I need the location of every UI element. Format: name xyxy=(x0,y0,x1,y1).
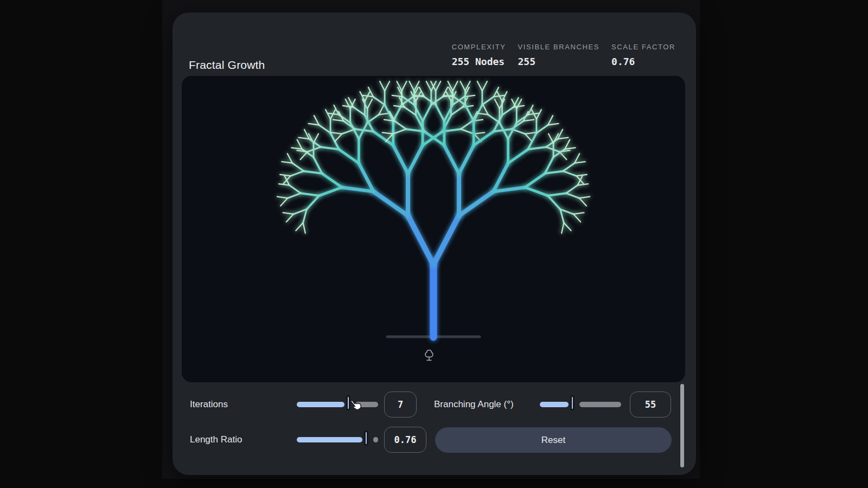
slider-thumb[interactable] xyxy=(364,431,368,446)
slider-track-fill[interactable] xyxy=(540,402,569,407)
iterations-value-box[interactable]: 7 xyxy=(384,391,417,418)
slider-track-fill[interactable] xyxy=(297,437,362,442)
length-ratio-label: Length Ratio xyxy=(190,427,242,453)
iterations-label: Iterations xyxy=(190,391,228,418)
stat-scale-factor: SCALE FACTOR 0.76 xyxy=(611,43,675,67)
slider-thumb[interactable] xyxy=(570,395,575,410)
scrollbar-thumb[interactable] xyxy=(680,384,684,467)
tree-icon xyxy=(422,348,436,363)
branching-angle-value-box[interactable]: 55 xyxy=(630,391,671,418)
length-ratio-slider[interactable] xyxy=(297,430,378,450)
iterations-slider[interactable] xyxy=(297,395,378,414)
stat-visible-branches: VISIBLE BRANCHES 255 xyxy=(518,43,599,67)
branching-angle-label: Branching Angle (°) xyxy=(434,391,514,418)
stat-value: 255 Nodes xyxy=(452,56,506,67)
page-background: Fractal Growth COMPLEXITY 255 Nodes VISI… xyxy=(0,0,868,488)
page-title: Fractal Growth xyxy=(189,58,265,72)
stats-row: COMPLEXITY 255 Nodes VISIBLE BRANCHES 25… xyxy=(452,43,675,67)
stat-complexity: COMPLEXITY 255 Nodes xyxy=(452,43,506,67)
slider-track-rest[interactable] xyxy=(373,437,379,442)
stat-label: VISIBLE BRANCHES xyxy=(518,43,599,51)
stat-label: COMPLEXITY xyxy=(452,43,506,51)
stat-value: 0.76 xyxy=(611,56,675,67)
slider-track-rest[interactable] xyxy=(579,402,621,407)
stat-value: 255 xyxy=(518,56,599,67)
length-ratio-value-box[interactable]: 0.76 xyxy=(384,427,426,453)
reset-button[interactable]: Reset xyxy=(435,427,672,453)
stat-label: SCALE FACTOR xyxy=(611,43,675,51)
fractal-tree-canvas xyxy=(182,76,685,382)
fractal-canvas-panel xyxy=(182,76,685,382)
slider-track-fill[interactable] xyxy=(297,402,344,407)
branching-angle-slider[interactable] xyxy=(540,395,621,414)
app-card: Fractal Growth COMPLEXITY 255 Nodes VISI… xyxy=(173,12,696,475)
